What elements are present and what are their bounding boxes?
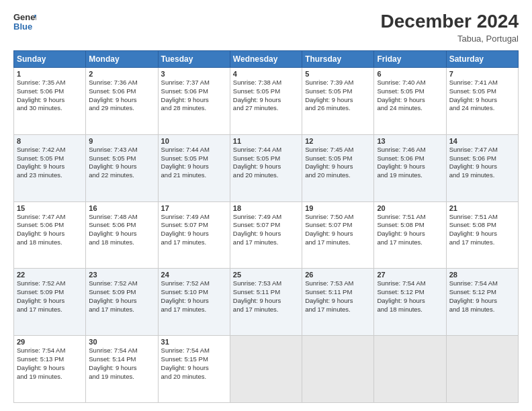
day-number: 2 <box>89 70 154 78</box>
col-header-saturday: Saturday <box>446 51 518 68</box>
day-info: Sunrise: 7:46 AMSunset: 5:06 PMDaylight:… <box>377 146 443 180</box>
day-cell: 5Sunrise: 7:39 AMSunset: 5:05 PMDaylight… <box>302 68 374 135</box>
col-header-thursday: Thursday <box>302 51 374 68</box>
day-info: Sunrise: 7:48 AMSunset: 5:06 PMDaylight:… <box>89 213 154 247</box>
day-cell <box>446 336 518 403</box>
day-cell: 31Sunrise: 7:54 AMSunset: 5:15 PMDayligh… <box>158 336 230 403</box>
day-number: 21 <box>449 204 515 212</box>
day-cell: 2Sunrise: 7:36 AMSunset: 5:06 PMDaylight… <box>86 68 158 135</box>
day-number: 18 <box>233 204 299 212</box>
day-cell: 29Sunrise: 7:54 AMSunset: 5:13 PMDayligh… <box>14 336 86 403</box>
day-number: 3 <box>161 70 227 78</box>
day-cell: 1Sunrise: 7:35 AMSunset: 5:06 PMDaylight… <box>14 68 86 135</box>
day-cell: 22Sunrise: 7:52 AMSunset: 5:09 PMDayligh… <box>14 269 86 336</box>
day-cell: 25Sunrise: 7:53 AMSunset: 5:11 PMDayligh… <box>230 269 302 336</box>
day-info: Sunrise: 7:35 AMSunset: 5:06 PMDaylight:… <box>17 79 83 113</box>
day-info: Sunrise: 7:37 AMSunset: 5:06 PMDaylight:… <box>161 79 227 113</box>
day-cell: 7Sunrise: 7:41 AMSunset: 5:05 PMDaylight… <box>446 68 518 135</box>
day-number: 14 <box>449 137 515 145</box>
day-cell: 17Sunrise: 7:49 AMSunset: 5:07 PMDayligh… <box>158 201 230 269</box>
day-info: Sunrise: 7:49 AMSunset: 5:07 PMDaylight:… <box>161 213 227 247</box>
day-cell: 6Sunrise: 7:40 AMSunset: 5:05 PMDaylight… <box>374 68 446 135</box>
day-number: 30 <box>89 338 154 346</box>
day-cell <box>230 336 302 403</box>
day-info: Sunrise: 7:44 AMSunset: 5:05 PMDaylight:… <box>233 146 299 180</box>
logo-svg: General Blue <box>13 11 36 34</box>
col-header-tuesday: Tuesday <box>158 51 230 68</box>
day-number: 11 <box>233 137 299 145</box>
day-info: Sunrise: 7:54 AMSunset: 5:15 PMDaylight:… <box>161 347 227 381</box>
day-info: Sunrise: 7:47 AMSunset: 5:06 PMDaylight:… <box>17 213 83 247</box>
day-cell: 19Sunrise: 7:50 AMSunset: 5:07 PMDayligh… <box>302 201 374 269</box>
day-cell: 12Sunrise: 7:45 AMSunset: 5:05 PMDayligh… <box>302 134 374 201</box>
col-header-sunday: Sunday <box>14 51 86 68</box>
day-cell: 11Sunrise: 7:44 AMSunset: 5:05 PMDayligh… <box>230 134 302 201</box>
day-cell: 27Sunrise: 7:54 AMSunset: 5:12 PMDayligh… <box>374 269 446 336</box>
col-header-friday: Friday <box>374 51 446 68</box>
day-info: Sunrise: 7:47 AMSunset: 5:06 PMDaylight:… <box>449 146 515 180</box>
day-info: Sunrise: 7:51 AMSunset: 5:08 PMDaylight:… <box>449 213 515 247</box>
day-cell: 14Sunrise: 7:47 AMSunset: 5:06 PMDayligh… <box>446 134 518 201</box>
day-number: 10 <box>161 137 227 145</box>
day-info: Sunrise: 7:36 AMSunset: 5:06 PMDaylight:… <box>89 79 154 113</box>
day-number: 28 <box>449 271 515 279</box>
day-info: Sunrise: 7:44 AMSunset: 5:05 PMDaylight:… <box>161 146 227 180</box>
day-info: Sunrise: 7:54 AMSunset: 5:12 PMDaylight:… <box>449 279 515 314</box>
day-info: Sunrise: 7:54 AMSunset: 5:14 PMDaylight:… <box>89 347 154 381</box>
day-number: 20 <box>377 204 443 212</box>
day-number: 7 <box>449 70 515 78</box>
day-number: 24 <box>161 271 227 279</box>
day-number: 5 <box>305 70 371 78</box>
day-number: 23 <box>89 271 154 279</box>
day-info: Sunrise: 7:53 AMSunset: 5:11 PMDaylight:… <box>233 279 299 314</box>
day-cell: 9Sunrise: 7:43 AMSunset: 5:05 PMDaylight… <box>86 134 158 201</box>
day-number: 15 <box>17 204 83 212</box>
month-title: December 2024 <box>381 11 519 32</box>
day-cell: 20Sunrise: 7:51 AMSunset: 5:08 PMDayligh… <box>374 201 446 269</box>
week-row-5: 29Sunrise: 7:54 AMSunset: 5:13 PMDayligh… <box>14 336 519 403</box>
day-info: Sunrise: 7:42 AMSunset: 5:05 PMDaylight:… <box>17 146 83 180</box>
day-info: Sunrise: 7:45 AMSunset: 5:05 PMDaylight:… <box>305 146 371 180</box>
header: General Blue December 2024 Tabua, Portug… <box>13 11 519 44</box>
day-info: Sunrise: 7:41 AMSunset: 5:05 PMDaylight:… <box>449 79 515 113</box>
day-info: Sunrise: 7:39 AMSunset: 5:05 PMDaylight:… <box>305 79 371 113</box>
day-number: 6 <box>377 70 443 78</box>
svg-text:General: General <box>13 12 36 22</box>
day-number: 4 <box>233 70 299 78</box>
header-row: SundayMondayTuesdayWednesdayThursdayFrid… <box>14 51 519 68</box>
day-info: Sunrise: 7:40 AMSunset: 5:05 PMDaylight:… <box>377 79 443 113</box>
day-info: Sunrise: 7:38 AMSunset: 5:05 PMDaylight:… <box>233 79 299 113</box>
day-cell: 3Sunrise: 7:37 AMSunset: 5:06 PMDaylight… <box>158 68 230 135</box>
day-cell: 28Sunrise: 7:54 AMSunset: 5:12 PMDayligh… <box>446 269 518 336</box>
day-info: Sunrise: 7:52 AMSunset: 5:10 PMDaylight:… <box>161 279 227 314</box>
day-cell: 26Sunrise: 7:53 AMSunset: 5:11 PMDayligh… <box>302 269 374 336</box>
day-info: Sunrise: 7:43 AMSunset: 5:05 PMDaylight:… <box>89 146 154 180</box>
col-header-wednesday: Wednesday <box>230 51 302 68</box>
day-info: Sunrise: 7:51 AMSunset: 5:08 PMDaylight:… <box>377 213 443 247</box>
day-cell: 30Sunrise: 7:54 AMSunset: 5:14 PMDayligh… <box>86 336 158 403</box>
day-cell: 21Sunrise: 7:51 AMSunset: 5:08 PMDayligh… <box>446 201 518 269</box>
day-number: 27 <box>377 271 443 279</box>
week-row-1: 1Sunrise: 7:35 AMSunset: 5:06 PMDaylight… <box>14 68 519 135</box>
calendar-table: SundayMondayTuesdayWednesdayThursdayFrid… <box>13 50 519 403</box>
day-number: 16 <box>89 204 154 212</box>
day-number: 9 <box>89 137 154 145</box>
day-cell: 10Sunrise: 7:44 AMSunset: 5:05 PMDayligh… <box>158 134 230 201</box>
day-cell: 8Sunrise: 7:42 AMSunset: 5:05 PMDaylight… <box>14 134 86 201</box>
day-info: Sunrise: 7:54 AMSunset: 5:13 PMDaylight:… <box>17 347 83 381</box>
day-number: 12 <box>305 137 371 145</box>
day-info: Sunrise: 7:50 AMSunset: 5:07 PMDaylight:… <box>305 213 371 247</box>
day-cell: 13Sunrise: 7:46 AMSunset: 5:06 PMDayligh… <box>374 134 446 201</box>
day-info: Sunrise: 7:54 AMSunset: 5:12 PMDaylight:… <box>377 279 443 314</box>
day-cell: 4Sunrise: 7:38 AMSunset: 5:05 PMDaylight… <box>230 68 302 135</box>
day-cell <box>302 336 374 403</box>
day-number: 22 <box>17 271 83 279</box>
day-cell: 23Sunrise: 7:52 AMSunset: 5:09 PMDayligh… <box>86 269 158 336</box>
day-number: 19 <box>305 204 371 212</box>
title-block: December 2024 Tabua, Portugal <box>381 11 519 44</box>
day-number: 17 <box>161 204 227 212</box>
week-row-4: 22Sunrise: 7:52 AMSunset: 5:09 PMDayligh… <box>14 269 519 336</box>
col-header-monday: Monday <box>86 51 158 68</box>
day-number: 26 <box>305 271 371 279</box>
day-number: 25 <box>233 271 299 279</box>
